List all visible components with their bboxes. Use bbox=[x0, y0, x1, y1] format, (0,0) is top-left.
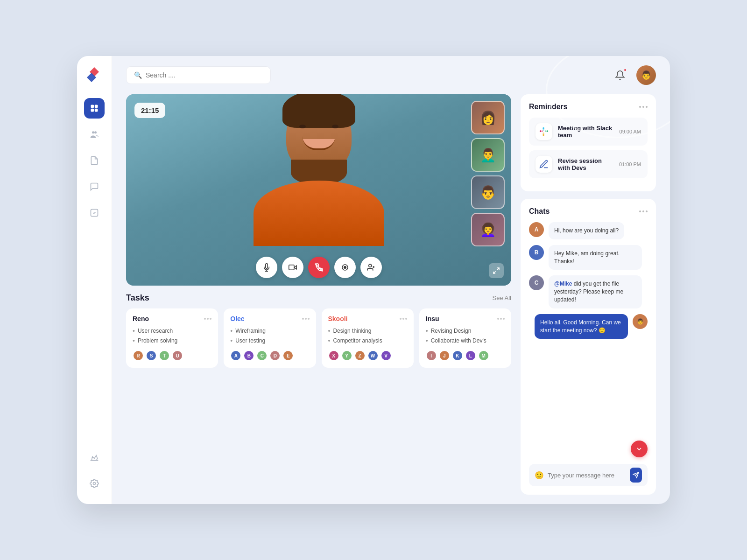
reminder-slack-info: Meeting with Slack team bbox=[558, 125, 614, 139]
sidebar-item-tasks[interactable] bbox=[84, 203, 105, 223]
task-avatar: I bbox=[426, 350, 437, 361]
mic-button[interactable] bbox=[256, 257, 277, 278]
task-name-olec: Olec bbox=[230, 315, 244, 322]
expand-button[interactable] bbox=[489, 263, 504, 278]
chats-header: Chats bbox=[529, 207, 648, 216]
chats-section: Chats A Hi, how are you doing all? bbox=[521, 199, 656, 495]
task-card-olec: Olec Wireframing User testing A bbox=[224, 308, 316, 368]
task-card-reno: Reno User research Problem solving R bbox=[126, 308, 218, 368]
add-person-button[interactable] bbox=[360, 257, 382, 278]
svg-rect-11 bbox=[289, 265, 294, 270]
sidebar-item-settings[interactable] bbox=[84, 473, 105, 494]
search-icon: 🔍 bbox=[134, 71, 142, 79]
sidebar-item-chat[interactable] bbox=[84, 176, 105, 197]
participant-2: 👨‍🦱 bbox=[471, 138, 505, 172]
search-input[interactable] bbox=[146, 71, 263, 79]
task-item: User research bbox=[133, 327, 211, 335]
svg-rect-20 bbox=[540, 130, 542, 132]
video-timer: 21:15 bbox=[134, 103, 165, 118]
svg-point-4 bbox=[92, 131, 94, 133]
task-item: User testing bbox=[230, 337, 309, 344]
chat-input[interactable] bbox=[548, 472, 626, 479]
svg-rect-0 bbox=[91, 105, 94, 108]
see-all-link[interactable]: See All bbox=[493, 294, 511, 301]
participant-thumbnails: 👩 👨‍🦱 👨 👩‍🦱 bbox=[471, 101, 505, 246]
reminders-title: Reminders bbox=[529, 103, 568, 111]
task-avatar: C bbox=[256, 350, 268, 361]
tasks-title: Tasks bbox=[126, 293, 149, 303]
right-column: Reminders bbox=[521, 94, 656, 495]
task-card-insu: Insu Revising Design Collaborate with De… bbox=[419, 308, 511, 368]
chat-message-1: A Hi, how are you doing all? bbox=[529, 222, 648, 239]
body-area: 21:15 bbox=[112, 94, 670, 504]
task-avatar: A bbox=[230, 350, 241, 361]
task-menu-reno[interactable] bbox=[204, 318, 211, 320]
search-bar[interactable]: 🔍 bbox=[126, 66, 271, 84]
video-controls bbox=[256, 257, 382, 278]
svg-rect-22 bbox=[547, 130, 549, 132]
svg-rect-23 bbox=[543, 134, 544, 136]
chat-avatar-3: C bbox=[529, 275, 544, 290]
svg-rect-25 bbox=[543, 129, 544, 131]
task-items-olec: Wireframing User testing bbox=[230, 327, 309, 344]
svg-rect-3 bbox=[95, 109, 98, 112]
task-avatar: W bbox=[367, 350, 379, 361]
app-logo bbox=[86, 65, 103, 84]
tasks-section: Tasks See All Reno bbox=[126, 293, 511, 495]
participant-1: 👩 bbox=[471, 101, 505, 134]
reminder-slack: Meeting with Slack team 09:00 AM bbox=[529, 118, 648, 146]
participant-4: 👩‍🦱 bbox=[471, 213, 505, 246]
task-card-skooli: Skooli Design thinking Competitor analys… bbox=[322, 308, 414, 368]
video-background: 21:15 bbox=[126, 94, 511, 286]
task-avatar: V bbox=[381, 350, 392, 361]
user-avatar[interactable]: 👨 bbox=[636, 65, 656, 85]
task-items-skooli: Design thinking Competitor analysis bbox=[328, 327, 407, 344]
sidebar-item-team[interactable] bbox=[84, 124, 105, 145]
mention-tag: @Mike bbox=[554, 280, 574, 287]
chat-avatar-2: B bbox=[529, 245, 544, 260]
slack-icon bbox=[536, 123, 552, 140]
svg-rect-1 bbox=[95, 105, 98, 108]
sidebar-item-crown[interactable] bbox=[84, 447, 105, 468]
task-menu-skooli[interactable] bbox=[400, 318, 407, 320]
reminder-slack-time: 09:00 AM bbox=[620, 129, 641, 134]
devs-icon bbox=[536, 156, 552, 173]
scroll-down-button[interactable] bbox=[631, 441, 648, 457]
task-avatar: R bbox=[133, 350, 144, 361]
svg-rect-26 bbox=[545, 130, 547, 132]
record-button[interactable] bbox=[334, 257, 356, 278]
task-avatar: M bbox=[478, 350, 489, 361]
reminders-menu[interactable] bbox=[639, 106, 648, 108]
task-avatars-skooli: X Y Z W V bbox=[328, 350, 407, 361]
svg-rect-2 bbox=[91, 109, 94, 112]
chat-bubble-1: Hi, how are you doing all? bbox=[549, 222, 624, 239]
chats-menu[interactable] bbox=[639, 210, 648, 212]
task-item: Wireframing bbox=[230, 327, 309, 335]
sidebar bbox=[77, 56, 112, 504]
notification-button[interactable] bbox=[611, 66, 629, 84]
chat-bubble-3: @Mike did you get the file yesterday? Pl… bbox=[549, 275, 642, 308]
tasks-header: Tasks See All bbox=[126, 293, 511, 303]
chat-avatar-4: 👨 bbox=[633, 314, 648, 329]
task-avatar: S bbox=[146, 350, 157, 361]
reminder-slack-title: Meeting with Slack team bbox=[558, 125, 614, 139]
task-avatar: E bbox=[282, 350, 294, 361]
svg-point-15 bbox=[368, 264, 371, 267]
chat-bubble-2: Hey Mike, am doing great. Thanks! bbox=[549, 245, 642, 270]
svg-point-14 bbox=[344, 266, 346, 269]
task-avatar: L bbox=[465, 350, 476, 361]
chats-title: Chats bbox=[529, 207, 550, 216]
task-avatar: U bbox=[172, 350, 183, 361]
sidebar-item-dashboard[interactable] bbox=[84, 98, 105, 119]
app-window: 🔍 👨 bbox=[77, 56, 670, 504]
task-avatar: J bbox=[439, 350, 450, 361]
send-button[interactable] bbox=[630, 468, 642, 483]
task-avatar: Y bbox=[341, 350, 352, 361]
sidebar-item-documents[interactable] bbox=[84, 150, 105, 171]
task-avatar: Z bbox=[354, 350, 366, 361]
camera-button[interactable] bbox=[282, 257, 303, 278]
task-menu-olec[interactable] bbox=[302, 318, 310, 320]
end-call-button[interactable] bbox=[308, 257, 330, 278]
task-menu-insu[interactable] bbox=[497, 318, 505, 320]
task-avatars-olec: A B C D E bbox=[230, 350, 309, 361]
